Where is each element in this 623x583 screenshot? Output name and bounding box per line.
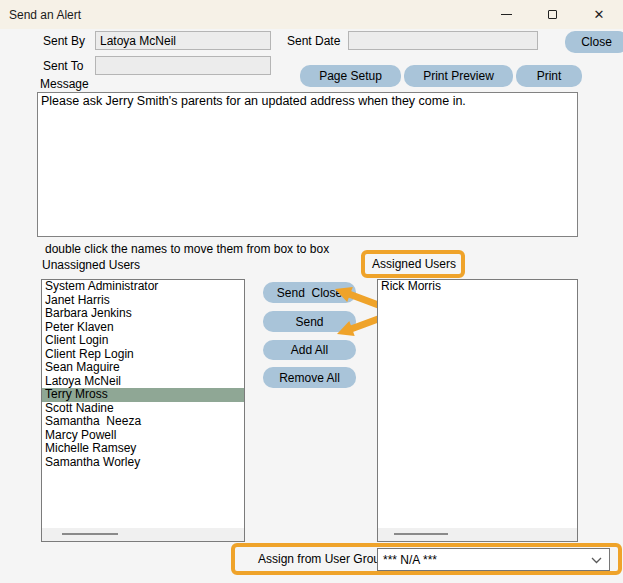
list-item[interactable]: Janet Harris (42, 294, 244, 308)
scrollbar-thumb[interactable] (394, 533, 448, 535)
window-title: Send an Alert (9, 8, 81, 22)
list-item[interactable]: Client Login (42, 334, 244, 348)
close-window-button[interactable]: ✕ (582, 0, 616, 29)
double-click-hint: double click the names to move them from… (45, 242, 329, 256)
list-item[interactable]: Rick Morris (378, 280, 577, 294)
list-item[interactable]: Sean Maguire (42, 361, 244, 375)
assign-group-label: Assign from User Group (258, 552, 387, 566)
list-item[interactable]: Client Rep Login (42, 348, 244, 362)
maximize-icon (548, 10, 557, 19)
list-item[interactable]: Peter Klaven (42, 321, 244, 335)
close-icon: ✕ (594, 8, 605, 21)
sent-to-field[interactable] (95, 56, 271, 75)
list-item[interactable]: Terry Mross (42, 388, 244, 402)
list-item[interactable]: Samantha Worley (42, 456, 244, 470)
send-close-button[interactable]: Send Close (263, 282, 356, 303)
title-bar: Send an Alert ✕ (0, 0, 623, 29)
print-button[interactable]: Print (516, 65, 582, 87)
list-item[interactable]: Barbara Jenkins (42, 307, 244, 321)
remove-all-button[interactable]: Remove All (263, 367, 356, 388)
send-button[interactable]: Send (263, 311, 356, 332)
unassigned-users-label: Unassigned Users (42, 258, 140, 272)
assigned-hscrollbar[interactable] (378, 528, 577, 541)
assigned-users-label: Assigned Users (372, 257, 456, 271)
sent-date-label: Sent Date (287, 34, 340, 48)
list-item[interactable]: Samantha Neeza (42, 415, 244, 429)
unassigned-users-listbox[interactable]: System AdministratorJanet HarrisBarbara … (41, 279, 245, 542)
user-group-select[interactable]: *** N/A *** (377, 548, 610, 571)
message-textarea[interactable]: Please ask Jerry Smith's parents for an … (37, 92, 578, 237)
minimize-button[interactable] (489, 0, 523, 29)
user-group-value: *** N/A *** (383, 553, 437, 567)
list-item[interactable]: System Administrator (42, 280, 244, 294)
close-button[interactable]: Close (565, 31, 623, 53)
maximize-button[interactable] (535, 0, 569, 29)
sent-to-label: Sent To (43, 59, 83, 73)
list-item[interactable]: Scott Nadine (42, 402, 244, 416)
assigned-users-listbox[interactable]: Rick Morris (377, 279, 578, 542)
list-item[interactable]: Marcy Powell (42, 429, 244, 443)
sent-date-field[interactable] (348, 31, 538, 50)
scrollbar-thumb[interactable] (62, 533, 118, 535)
list-item[interactable]: Latoya McNeil (42, 375, 244, 389)
add-all-button[interactable]: Add All (263, 340, 356, 360)
print-preview-button[interactable]: Print Preview (404, 65, 513, 87)
sent-by-field[interactable] (95, 31, 271, 50)
chevron-down-icon (591, 557, 602, 564)
minimize-icon (501, 14, 512, 15)
message-label: Message (40, 77, 89, 91)
send-an-alert-dialog: Send an Alert ✕ Sent By Sent Date Close … (0, 0, 623, 583)
sent-by-label: Sent By (43, 34, 85, 48)
unassigned-hscrollbar[interactable] (42, 528, 244, 541)
page-setup-button[interactable]: Page Setup (300, 65, 401, 87)
list-item[interactable]: Michelle Ramsey (42, 442, 244, 456)
